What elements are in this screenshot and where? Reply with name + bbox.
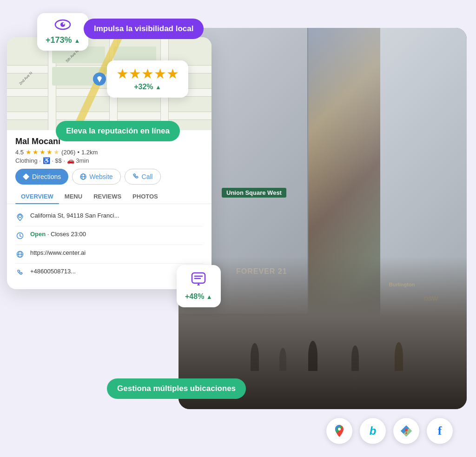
location-icon	[15, 212, 25, 222]
platform-logos-row: b f	[326, 418, 453, 444]
stars-big: ★★★★★	[116, 67, 179, 81]
tabs-row: OVERVIEW MENU REVIEWS PHOTOS	[7, 189, 212, 204]
clock-icon	[15, 231, 25, 240]
business-meta: 4.5 ★ ★ ★ ★ ★ (206) • 1.2km	[15, 148, 203, 156]
svg-marker-1	[23, 173, 29, 180]
tooltip-gestiona: Gestiona múltiples ubicaciones	[107, 378, 246, 399]
city-photo-panel: Union Square West FOREVER 21 Burlington …	[178, 28, 467, 409]
svg-line-8	[20, 236, 21, 237]
map-pin	[93, 73, 106, 89]
rating-number: 4.5	[15, 149, 24, 156]
action-buttons: Directions Website Call	[7, 169, 212, 189]
tooltip-eleva: Eleva la reputación en línea	[56, 121, 180, 141]
reviews-badge: +48% ▲	[177, 265, 221, 307]
hours-text: Open · Closes 23:00	[30, 231, 86, 238]
review-count: (206)	[61, 149, 75, 156]
svg-point-18	[338, 428, 341, 431]
apple-maps-logo	[393, 418, 419, 444]
svg-point-14	[63, 23, 65, 25]
phone-row: +48600508713...	[15, 264, 203, 282]
stars-percent: +32% ▲	[116, 83, 179, 91]
website-text: https://www.center.ai	[30, 249, 86, 256]
svg-point-20	[405, 429, 408, 431]
directions-button[interactable]: Directions	[15, 169, 68, 185]
svg-point-13	[60, 22, 65, 27]
union-square-sign: Union Square West	[222, 188, 286, 198]
stars-badge: ★★★★★ +32% ▲	[107, 60, 188, 98]
visibility-badge: +173% ▲	[37, 13, 88, 51]
tab-photos[interactable]: PHOTOS	[127, 189, 164, 204]
eye-icon	[54, 19, 71, 33]
phone-icon	[15, 268, 25, 278]
phone-text: +48600508713...	[30, 268, 76, 275]
reviews-percent: +48% ▲	[185, 292, 212, 301]
address-text: California St, 94118 San Franci...	[30, 212, 119, 219]
facebook-logo: f	[427, 418, 453, 444]
tab-menu[interactable]: MENU	[59, 189, 88, 204]
website-row: https://www.center.ai	[15, 245, 203, 264]
business-type: Clothing · ♿ · $$ · 🚗 3min	[15, 157, 203, 164]
reviews-icon	[185, 272, 212, 291]
tab-overview[interactable]: OVERVIEW	[15, 189, 59, 204]
visibility-percent: +173% ▲	[46, 35, 80, 45]
tooltip-impulsa: Impulsa la visibilidad local	[84, 19, 204, 39]
tab-reviews[interactable]: REVIEWS	[88, 189, 127, 204]
hours-row: Open · Closes 23:00	[15, 226, 203, 245]
website-button[interactable]: Website	[72, 169, 120, 185]
call-button[interactable]: Call	[125, 169, 161, 185]
globe-icon	[15, 250, 25, 259]
bing-logo: b	[360, 418, 386, 444]
distance: 1.2km	[81, 149, 98, 156]
address-row: California St, 94118 San Franci...	[15, 208, 203, 226]
google-maps-logo	[326, 418, 352, 444]
svg-point-5	[19, 215, 21, 218]
stars-row: ★ ★ ★ ★ ★	[26, 148, 60, 156]
